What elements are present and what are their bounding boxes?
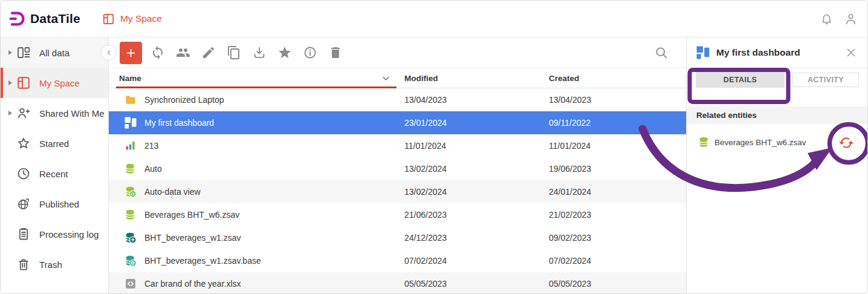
sidebar: All data My Space Shared With Me Starred… bbox=[1, 38, 109, 293]
table-row[interactable]: Synchronized Laptop 13/04/2023 13/04/202… bbox=[109, 88, 686, 111]
sync-red-sync-button[interactable] bbox=[838, 135, 854, 151]
users-button[interactable] bbox=[176, 45, 190, 60]
table-row[interactable]: BHT_beverages_w1.zsav.base 07/02/2024 07… bbox=[109, 249, 686, 272]
trash-outline-icon bbox=[16, 257, 31, 272]
add-button[interactable] bbox=[120, 42, 142, 64]
expand-chevron-icon[interactable] bbox=[5, 50, 15, 56]
details-panel-title: My first dashboard bbox=[716, 47, 844, 58]
close-icon[interactable] bbox=[844, 46, 858, 59]
search-button[interactable] bbox=[654, 45, 669, 60]
my-space-label: My Space bbox=[120, 13, 162, 24]
sidebar-item-recent[interactable]: Recent bbox=[1, 158, 108, 189]
sort-chevron-down-icon[interactable] bbox=[381, 73, 391, 83]
sidebar-item-my-space[interactable]: My Space bbox=[1, 68, 108, 98]
column-header-created[interactable]: Created bbox=[549, 74, 579, 83]
my-space-top-tab[interactable]: My Space bbox=[102, 13, 162, 25]
download-button[interactable] bbox=[252, 45, 267, 60]
app-window: DataTile My Space bbox=[0, 0, 868, 294]
topbar-right bbox=[820, 12, 858, 26]
my-space-icon bbox=[102, 13, 115, 25]
database-green-icon bbox=[698, 136, 710, 148]
table-row[interactable]: Auto 13/02/2024 19/06/2023 bbox=[109, 157, 686, 180]
sidebar-item-published[interactable]: Published bbox=[1, 189, 108, 219]
column-header-modified[interactable]: Modified bbox=[404, 74, 438, 83]
bar-chart-icon bbox=[125, 140, 137, 152]
info-button[interactable] bbox=[303, 45, 317, 60]
table-row[interactable]: Beverages BHT_w6.zsav 21/06/2023 21/02/2… bbox=[109, 203, 686, 226]
table-row[interactable]: Auto-data view 13/02/2024 24/01/2024 bbox=[109, 180, 686, 203]
database-view-icon bbox=[125, 186, 137, 198]
logo-text: DataTile bbox=[30, 11, 80, 26]
table-row[interactable]: BHT_beverages_w1.zsav 24/12/2023 09/02/2… bbox=[109, 226, 686, 249]
folder-icon bbox=[125, 94, 137, 106]
main-content: Name Modified Created Synchronized Lapto… bbox=[109, 38, 686, 293]
clock-icon bbox=[16, 166, 31, 181]
code-file-icon bbox=[125, 278, 137, 290]
toolbar bbox=[109, 38, 686, 68]
details-panel-header: My first dashboard bbox=[687, 38, 867, 68]
datatile-logo: DataTile bbox=[9, 11, 80, 27]
delete-button[interactable] bbox=[328, 45, 343, 60]
refresh-button[interactable] bbox=[151, 45, 165, 60]
sidebar-item-processing-log[interactable]: Processing log bbox=[1, 219, 108, 249]
star-outline-icon bbox=[16, 136, 31, 151]
person-add-icon bbox=[16, 106, 31, 120]
table-header: Name Modified Created bbox=[109, 68, 686, 88]
details-panel: My first dashboard DETAILSACTIVITY Relat… bbox=[686, 38, 867, 293]
file-list: Synchronized Laptop 13/04/2023 13/04/202… bbox=[109, 88, 686, 294]
sidebar-item-shared-with-me[interactable]: Shared With Me bbox=[1, 98, 108, 128]
expand-chevron-icon[interactable] bbox=[5, 110, 15, 116]
database-teal-globe-icon bbox=[125, 255, 137, 267]
account-person-icon[interactable] bbox=[844, 12, 858, 26]
database-teal-up-icon bbox=[125, 232, 137, 244]
sidebar-item-trash[interactable]: Trash bbox=[1, 249, 108, 279]
dashboard-icon bbox=[696, 46, 710, 59]
details-panel-tabs: DETAILSACTIVITY bbox=[687, 68, 867, 106]
column-header-name[interactable]: Name bbox=[119, 74, 141, 83]
datatile-logo-icon bbox=[9, 11, 25, 27]
sidebar-item-all-data[interactable]: All data bbox=[1, 38, 108, 68]
all-data-icon bbox=[16, 45, 31, 60]
database-green-icon bbox=[125, 163, 137, 175]
my-space-icon bbox=[16, 76, 31, 90]
database-green-icon bbox=[125, 209, 137, 221]
duplicate-button[interactable] bbox=[227, 45, 241, 60]
clipboard-icon bbox=[16, 227, 31, 241]
tab-activity[interactable]: ACTIVITY bbox=[792, 73, 859, 87]
related-entities-header: Related entities bbox=[687, 106, 867, 124]
table-row[interactable]: 213 11/01/2024 11/01/2024 bbox=[109, 134, 686, 157]
notifications-bell-icon[interactable] bbox=[820, 12, 834, 26]
dashboard-icon bbox=[125, 117, 137, 129]
sidebar-item-starred[interactable]: Starred bbox=[1, 128, 108, 158]
tab-details[interactable]: DETAILS bbox=[696, 71, 785, 88]
table-row[interactable]: My first dashboard 23/01/2024 09/11/2022 bbox=[109, 111, 686, 134]
expand-chevron-icon[interactable] bbox=[5, 80, 15, 86]
related-entity-row[interactable]: Beverages BHT_w6.zsav bbox=[687, 129, 867, 155]
topbar: DataTile My Space bbox=[1, 1, 867, 38]
edit-button[interactable] bbox=[201, 45, 216, 60]
star-button[interactable] bbox=[277, 45, 292, 60]
collapse-sidebar-button[interactable] bbox=[101, 45, 117, 60]
table-row[interactable]: Car brand of the year.xlsx 05/05/2023 05… bbox=[109, 272, 686, 294]
globe-publish-icon bbox=[16, 197, 31, 211]
